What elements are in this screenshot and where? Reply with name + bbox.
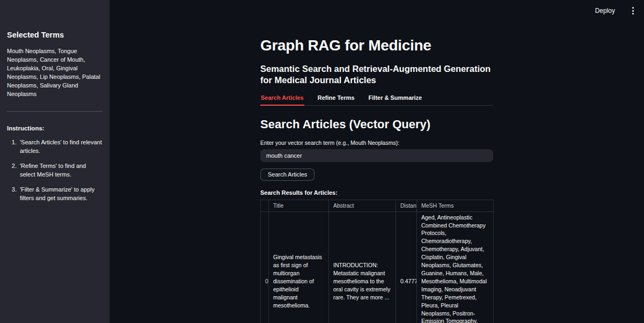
col-header-abstract: Abstract (329, 200, 396, 211)
instructions-title: Instructions: (7, 125, 103, 131)
page-title: Graph RAG for Medicine (260, 38, 493, 53)
app-header: Deploy (0, 0, 644, 21)
row-index: 0 (261, 211, 269, 323)
search-input[interactable] (260, 149, 493, 162)
search-articles-button[interactable]: Search Articles (260, 168, 314, 181)
sidebar: Selected Terms Mouth Neoplasms, Tongue N… (0, 0, 109, 323)
search-input-label: Enter your vector search term (e.g., Mou… (260, 140, 493, 146)
selected-terms-text: Mouth Neoplasms, Tongue Neoplasms, Cance… (7, 47, 103, 99)
overflow-menu-icon[interactable] (628, 6, 638, 16)
section-title: Search Articles (Vector Query) (260, 118, 493, 131)
row-mesh-terms: Aged, Antineoplastic Combined Chemothera… (417, 211, 494, 323)
tab-search-articles[interactable]: Search Articles (260, 94, 304, 106)
tab-refine-terms[interactable]: Refine Terms (317, 94, 355, 106)
main-area: Graph RAG for Medicine Semantic Search a… (109, 0, 644, 323)
tab-filter-summarize[interactable]: Filter & Summarize (368, 94, 423, 106)
col-header-title: Title (269, 200, 329, 211)
col-header-index (261, 200, 269, 211)
instruction-item: 'Filter & Summarize' to apply filters an… (18, 185, 103, 203)
col-header-mesh: MeSH Terms (417, 200, 494, 211)
row-distance: 0.4777 (396, 211, 417, 323)
row-title: Gingival metastasis as first sign of mul… (269, 211, 329, 323)
results-table: Title Abstract Distance MeSH Terms 0 Gin… (260, 200, 494, 323)
page-subtitle: Semantic Search and Retrieval-Augmented … (260, 63, 493, 85)
instruction-item: 'Refine Terms' to find and select MeSH t… (18, 162, 103, 179)
deploy-button[interactable]: Deploy (592, 5, 618, 17)
results-label: Search Results for Articles: (260, 189, 493, 196)
instructions-list: 'Search Articles' to find relevant artic… (7, 138, 103, 203)
table-row: 0 Gingival metastasis as first sign of m… (261, 211, 494, 323)
row-abstract: INTRODUCTION: Metastatic malignant mesot… (329, 211, 396, 323)
sidebar-divider (7, 111, 103, 112)
tab-bar: Search Articles Refine Terms Filter & Su… (260, 94, 493, 106)
col-header-distance: Distance (396, 200, 417, 211)
selected-terms-title: Selected Terms (7, 31, 103, 39)
instruction-item: 'Search Articles' to find relevant artic… (18, 138, 103, 156)
table-header-row: Title Abstract Distance MeSH Terms (261, 200, 494, 211)
